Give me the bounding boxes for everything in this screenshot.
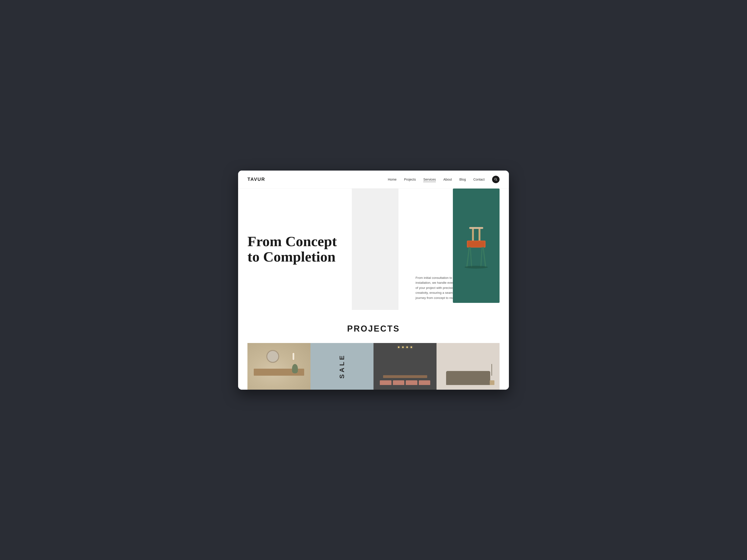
projects-section: PROJECTS SALE (238, 310, 509, 390)
office-lights (398, 347, 412, 348)
project-card-1-inner (248, 343, 310, 390)
svg-line-1 (496, 180, 497, 181)
hero-headline-line1: From Concept (248, 233, 337, 249)
plant-decor (292, 364, 298, 373)
nav-link-contact[interactable]: Contact (473, 178, 485, 181)
projects-grid: SALE (248, 343, 499, 390)
project-card-4-inner (437, 343, 499, 390)
nav-link-projects[interactable]: Projects (404, 178, 416, 181)
light-spot-2 (402, 347, 404, 348)
nav-links: Home Projects Services About Blog Contac… (388, 176, 500, 183)
hero-headline-line2: to Completion (248, 249, 335, 265)
mini-chair-4 (419, 380, 431, 385)
project-card-3[interactable] (374, 343, 437, 390)
sale-sign-text: SALE (338, 354, 346, 379)
svg-point-12 (465, 266, 488, 269)
project-card-1[interactable] (248, 343, 310, 390)
nav-link-blog[interactable]: Blog (459, 178, 466, 181)
mini-chair-3 (406, 380, 417, 385)
project-card-4[interactable] (437, 343, 499, 390)
project-card-3-inner (374, 343, 437, 390)
interior-background (248, 343, 310, 390)
office-chairs-row (380, 380, 430, 385)
mini-chair-2 (393, 380, 405, 385)
browser-window: TAVUR Home Projects Services About Blog … (238, 170, 509, 390)
nav-link-services[interactable]: Services (423, 178, 436, 182)
svg-point-0 (495, 178, 496, 180)
chair-svg (458, 208, 495, 283)
search-icon (494, 178, 498, 181)
svg-rect-5 (479, 229, 481, 241)
office-table (383, 375, 427, 378)
nav-item-about[interactable]: About (443, 177, 452, 182)
brand-logo[interactable]: TAVUR (248, 177, 265, 182)
nav-item-blog[interactable]: Blog (459, 177, 466, 182)
navbar: TAVUR Home Projects Services About Blog … (238, 170, 509, 189)
light-spot-3 (406, 347, 408, 348)
nav-link-about[interactable]: About (443, 178, 452, 181)
svg-rect-7 (468, 241, 485, 247)
hero-left-column: From Concept to Completion (238, 189, 411, 310)
light-spot-1 (398, 347, 400, 348)
nav-item-contact[interactable]: Contact (473, 177, 485, 182)
light-spot-4 (411, 347, 412, 348)
nav-item-projects[interactable]: Projects (404, 177, 416, 182)
nav-item-services[interactable]: Services (423, 177, 436, 182)
wall-light-decor (292, 352, 295, 361)
projects-section-title: PROJECTS (248, 324, 499, 334)
mirror-decor (266, 350, 279, 363)
hero-section: From Concept to Completion From initial … (238, 189, 509, 310)
sofa-shape (446, 371, 490, 385)
mini-chair-1 (380, 380, 391, 385)
branch-decor (491, 364, 492, 376)
nav-icon-button-item (492, 176, 499, 183)
project-card-2[interactable]: SALE (310, 343, 374, 390)
svg-rect-3 (469, 227, 483, 229)
project-card-2-inner: SALE (310, 343, 374, 390)
search-icon-button[interactable] (492, 176, 499, 183)
nav-link-home[interactable]: Home (388, 178, 396, 181)
svg-rect-4 (472, 229, 474, 241)
hero-headline: From Concept to Completion (248, 234, 337, 264)
side-table-decor (490, 380, 494, 385)
hero-chair-image (453, 189, 499, 303)
nav-item-home[interactable]: Home (388, 177, 396, 182)
